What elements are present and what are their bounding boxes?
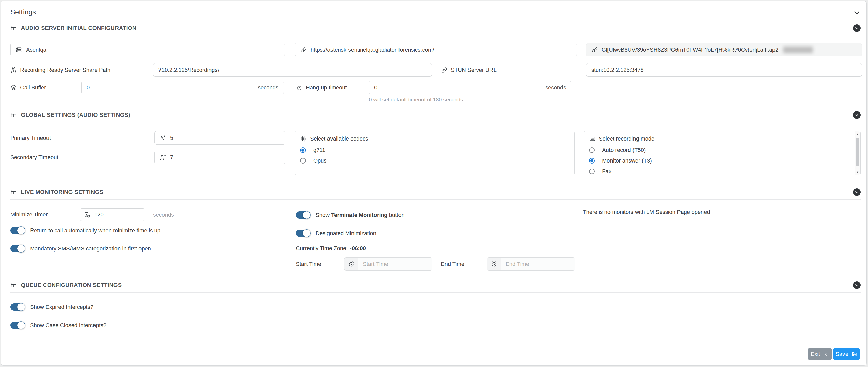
timezone-value: -06:00 xyxy=(350,245,366,252)
server-url-input[interactable] xyxy=(311,47,571,53)
key-icon xyxy=(591,47,598,53)
chevron-down-icon xyxy=(855,113,859,117)
start-time-field[interactable] xyxy=(344,257,432,271)
scrollbar-up-arrow[interactable]: ▲ xyxy=(855,131,860,137)
stun-url-label: STUN Server URL xyxy=(441,63,497,77)
radio-auto-record[interactable] xyxy=(589,147,595,153)
show-case-closed-toggle[interactable] xyxy=(10,322,25,329)
radio-fax[interactable] xyxy=(589,169,595,174)
toggle-label: Return to call automatically when minimi… xyxy=(30,227,160,234)
end-time-label: End Time xyxy=(441,257,464,271)
toggle-row-show-expired: Show Expired Intercepts? xyxy=(10,303,93,311)
minimize-timer-input[interactable] xyxy=(94,211,141,218)
redacted-text xyxy=(783,47,813,53)
call-buffer-label: Call Buffer xyxy=(10,81,46,94)
alarm-clock-icon xyxy=(344,257,358,270)
page-collapse-chevron-icon[interactable] xyxy=(853,9,861,17)
save-button[interactable]: Save xyxy=(833,348,860,360)
api-key-field[interactable]: Gl[UlwvB8UV/39oYSH8Z3PG6mT0FW4F?oL7[H%kR… xyxy=(586,43,862,56)
link-icon xyxy=(441,67,447,73)
link-icon xyxy=(300,47,307,53)
hourglass-clock-icon xyxy=(84,211,90,218)
toggle-label: Mandatory SMS/MMS categorization in firs… xyxy=(30,245,151,252)
person-forward-icon xyxy=(160,154,166,161)
table-icon xyxy=(10,282,17,288)
save-floppy-icon xyxy=(852,351,858,357)
designated-minimization-toggle[interactable] xyxy=(296,230,310,237)
server-name-input[interactable] xyxy=(26,47,279,53)
lm-monitors-note: There is no monitors with LM Session Pag… xyxy=(583,209,710,215)
section-divider xyxy=(10,36,861,36)
toggle-knob xyxy=(17,321,25,329)
share-path-field[interactable] xyxy=(153,63,432,77)
toggle-row-mandatory-sms: Mandatory SMS/MMS categorization in firs… xyxy=(10,245,151,252)
chevron-down-icon xyxy=(855,190,859,194)
toggle-knob xyxy=(17,226,25,234)
stun-url-input[interactable] xyxy=(591,67,857,73)
exit-button[interactable]: Exit xyxy=(808,348,832,360)
road-icon xyxy=(10,67,17,73)
scrollbar-down-arrow[interactable]: ▼ xyxy=(855,169,860,175)
radio-g711[interactable] xyxy=(300,147,306,153)
codecs-title: Select avaliable codecs xyxy=(300,135,368,142)
toggle-label: Designated Minimization xyxy=(316,230,376,237)
server-url-field[interactable] xyxy=(295,43,577,56)
recording-option-label: Monitor answer (T3) xyxy=(602,157,652,164)
toggle-label: Show Case Closed Intercepts? xyxy=(30,322,106,329)
hangup-timeout-input[interactable] xyxy=(374,84,541,91)
radio-monitor-answer[interactable] xyxy=(589,158,595,163)
mandatory-sms-toggle[interactable] xyxy=(10,245,25,252)
stopwatch-icon xyxy=(296,84,303,91)
toggle-label: Show Expired Intercepts? xyxy=(30,304,93,310)
section-title: GLOBAL SETTINGS (AUDIO SETTINGS) xyxy=(21,112,130,118)
alarm-clock-icon xyxy=(487,257,501,270)
api-key-value: Gl[UlwvB8UV/39oYSH8Z3PG6mT0FW4F?oL7[H%kR… xyxy=(602,47,778,53)
call-buffer-input[interactable] xyxy=(87,84,254,91)
share-path-input[interactable] xyxy=(158,67,427,73)
recording-mode-panel: Select recording mode Auto record (T50) … xyxy=(584,131,861,175)
radio-opus[interactable] xyxy=(300,158,306,163)
section-divider xyxy=(10,292,861,293)
minimize-timer-field[interactable] xyxy=(80,208,145,221)
return-to-call-toggle[interactable] xyxy=(10,227,25,234)
section-collapse-audio-server[interactable] xyxy=(853,24,861,32)
recorder-icon xyxy=(589,135,596,142)
end-time-field[interactable] xyxy=(487,257,575,271)
secondary-timeout-field[interactable] xyxy=(154,151,285,164)
section-collapse-global-settings[interactable] xyxy=(853,111,861,119)
recording-option-monitor-answer[interactable]: Monitor answer (T3) xyxy=(589,157,652,164)
scrollbar-thumb[interactable] xyxy=(856,138,860,166)
minimize-seconds-suffix: seconds xyxy=(153,212,174,218)
toggle-row-designated: Designated Minimization xyxy=(296,230,376,237)
start-time-input[interactable] xyxy=(358,257,432,270)
start-time-label: Start Time xyxy=(296,257,321,271)
codec-label: g711 xyxy=(313,147,325,153)
table-icon xyxy=(10,25,17,31)
chevron-down-icon xyxy=(855,283,859,287)
section-collapse-live-monitoring[interactable] xyxy=(853,188,861,196)
show-expired-toggle[interactable] xyxy=(10,303,25,311)
server-name-field[interactable] xyxy=(10,43,285,56)
scrollbar[interactable]: ▲ ▼ xyxy=(855,131,860,175)
codec-option-opus[interactable]: Opus xyxy=(300,157,327,164)
secondary-timeout-input[interactable] xyxy=(170,154,280,161)
codec-label: Opus xyxy=(313,157,327,164)
page-title: Settings xyxy=(10,8,36,16)
layers-icon xyxy=(10,84,17,91)
codec-option-g711[interactable]: g711 xyxy=(300,147,325,153)
recording-option-fax[interactable]: Fax xyxy=(589,168,612,175)
toggle-label: Show Terminate Monitoring button xyxy=(316,212,405,218)
recording-option-auto-record[interactable]: Auto record (T50) xyxy=(589,147,646,153)
call-buffer-field[interactable]: seconds xyxy=(81,81,284,94)
section-header-global-settings: GLOBAL SETTINGS (AUDIO SETTINGS) xyxy=(10,112,130,118)
person-star-icon xyxy=(160,135,166,141)
show-terminate-toggle[interactable] xyxy=(296,211,310,219)
seconds-suffix: seconds xyxy=(258,84,278,91)
primary-timeout-field[interactable] xyxy=(154,131,285,145)
primary-timeout-input[interactable] xyxy=(170,135,280,141)
stun-url-field[interactable] xyxy=(586,63,862,77)
hangup-timeout-field[interactable]: seconds xyxy=(369,81,571,94)
section-collapse-queue-configuration[interactable] xyxy=(853,281,861,289)
end-time-input[interactable] xyxy=(501,257,575,270)
toggle-row-return-to-call: Return to call automatically when minimi… xyxy=(10,227,160,234)
